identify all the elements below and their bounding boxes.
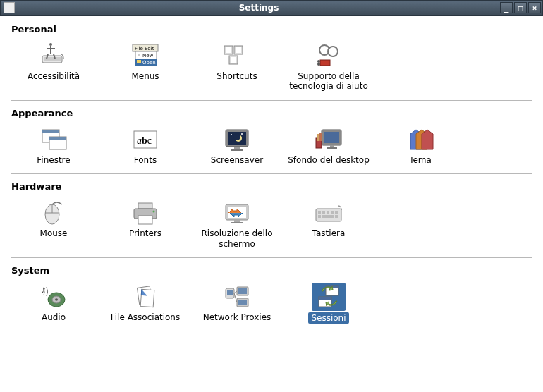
settings-item[interactable]: Mouse <box>11 196 96 252</box>
settings-item-label: Printers <box>129 228 161 238</box>
svg-rect-39 <box>327 147 337 149</box>
theme-icon <box>403 125 437 154</box>
settings-item-label: Tastiera <box>312 228 346 238</box>
file-assoc-icon <box>128 283 162 311</box>
section-header: Personal <box>11 24 532 35</box>
svg-rect-9 <box>137 60 141 63</box>
minimize-button[interactable]: _ <box>500 2 513 13</box>
svg-point-21 <box>317 63 320 66</box>
svg-rect-19 <box>320 60 330 66</box>
svg-point-65 <box>55 298 58 301</box>
svg-rect-56 <box>322 211 325 214</box>
svg-rect-59 <box>335 211 338 214</box>
settings-item[interactable]: ♪Audio <box>11 280 96 326</box>
section-divider <box>11 257 532 258</box>
svg-text:abc: abc <box>137 135 152 146</box>
svg-rect-37 <box>324 132 339 143</box>
section-grid: ♪AudioFile AssociationsNetwork ProxiesSe… <box>11 280 532 326</box>
svg-rect-57 <box>327 211 329 214</box>
settings-item-label: Tema <box>409 155 432 165</box>
settings-item[interactable]: Accessibilità <box>11 39 96 94</box>
settings-item[interactable]: File EditNewOpenMenus <box>103 39 188 94</box>
svg-rect-60 <box>318 215 321 218</box>
section-system: System♪AudioFile AssociationsNetwork Pro… <box>11 265 532 326</box>
svg-point-20 <box>317 60 320 63</box>
svg-point-7 <box>138 54 140 56</box>
settings-item-label: File Associations <box>111 312 180 322</box>
section-grid: FinestreabcFontsScreensaverSfondo del de… <box>11 123 532 168</box>
shortcuts-icon <box>220 42 254 70</box>
svg-rect-58 <box>331 211 334 214</box>
svg-rect-15 <box>236 47 241 53</box>
menus-icon: File EditNewOpen <box>128 42 162 70</box>
svg-text:Open: Open <box>142 60 156 66</box>
settings-item-label: Fonts <box>134 155 157 165</box>
printer-icon <box>128 199 162 227</box>
svg-line-75 <box>234 291 237 293</box>
settings-item-label: Supporto della tecnologia di aiuto <box>288 71 370 92</box>
settings-item[interactable]: Risoluzione dello schermo <box>195 196 279 252</box>
svg-rect-46 <box>138 203 152 209</box>
svg-rect-61 <box>322 215 334 218</box>
svg-rect-55 <box>318 211 321 214</box>
mouse-icon <box>37 199 71 227</box>
svg-rect-53 <box>231 222 243 223</box>
svg-point-2 <box>49 43 52 46</box>
section-header: Appearance <box>11 108 532 118</box>
network-icon <box>220 283 254 311</box>
section-appearance: AppearanceFinestreabcFontsScreensaverSfo… <box>11 108 532 168</box>
svg-point-49 <box>153 211 155 213</box>
svg-rect-38 <box>330 145 334 147</box>
wallpaper-icon <box>312 125 346 154</box>
settings-item[interactable]: Supporto della tecnologia di aiuto <box>286 39 371 94</box>
settings-item[interactable]: Network Proxies <box>195 280 279 326</box>
settings-item[interactable]: File Associations <box>103 280 188 326</box>
settings-item[interactable]: abcFonts <box>103 123 188 168</box>
settings-item-label: Finestre <box>37 155 70 165</box>
assistive-tech-icon <box>312 42 346 70</box>
svg-rect-14 <box>226 47 231 53</box>
svg-text:File Edit: File Edit <box>135 46 154 51</box>
section-hardware: HardwareMousePrintersRisoluzione dello s… <box>11 181 532 252</box>
settings-item[interactable]: Printers <box>103 196 188 252</box>
svg-rect-35 <box>231 149 243 151</box>
settings-item-label: Menus <box>131 71 159 81</box>
keyboard-icon <box>312 199 346 227</box>
window-controls: _ □ × <box>500 2 541 13</box>
screensaver-icon <box>220 125 254 154</box>
settings-item[interactable]: Sessioni <box>286 280 371 326</box>
svg-rect-74 <box>238 300 247 305</box>
svg-rect-16 <box>231 57 236 63</box>
svg-point-18 <box>328 47 338 56</box>
svg-rect-62 <box>335 215 338 218</box>
window-title: Settings <box>18 3 500 13</box>
settings-item[interactable]: Shortcuts <box>195 39 279 94</box>
settings-item-label: Sfondo del desktop <box>288 155 370 165</box>
section-divider <box>11 100 532 101</box>
settings-item-label: Sessioni <box>308 312 348 324</box>
settings-item[interactable]: Finestre <box>11 123 96 168</box>
fonts-icon: abc <box>128 125 162 154</box>
svg-rect-72 <box>238 288 247 294</box>
svg-point-32 <box>231 134 232 135</box>
svg-rect-52 <box>234 220 240 222</box>
section-header: System <box>11 265 532 276</box>
close-button[interactable]: × <box>528 2 541 13</box>
section-divider <box>11 173 532 174</box>
settings-item[interactable]: Screensaver <box>195 123 279 168</box>
settings-item[interactable]: Tastiera <box>286 196 371 252</box>
maximize-button[interactable]: □ <box>514 2 527 13</box>
svg-rect-41 <box>317 134 319 141</box>
settings-item-label: Shortcuts <box>216 71 257 81</box>
sessions-icon <box>312 283 346 311</box>
settings-item[interactable]: Sfondo del desktop <box>286 123 371 168</box>
settings-item-label: Screensaver <box>211 155 263 165</box>
settings-item[interactable]: Tema <box>378 123 463 168</box>
svg-rect-80 <box>319 297 331 300</box>
svg-rect-42 <box>319 133 322 141</box>
settings-content: PersonalAccessibilitàFile EditNewOpenMen… <box>0 16 543 392</box>
svg-rect-25 <box>49 137 66 140</box>
settings-item-label: Network Proxies <box>203 312 272 322</box>
audio-icon: ♪ <box>37 283 71 311</box>
windows-icon <box>37 125 71 154</box>
